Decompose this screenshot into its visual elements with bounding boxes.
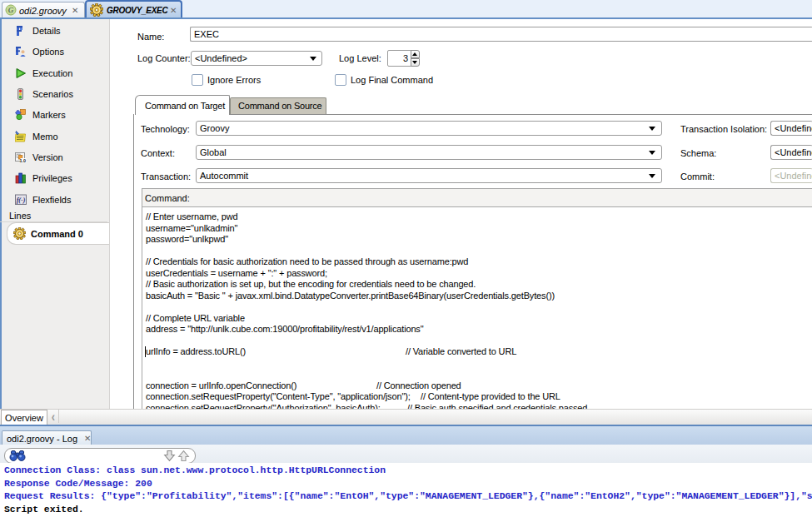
svg-text:1.0: 1.0 [19, 158, 26, 163]
svg-text:f(-): f(-) [17, 196, 26, 204]
svg-text:G: G [8, 6, 14, 14]
